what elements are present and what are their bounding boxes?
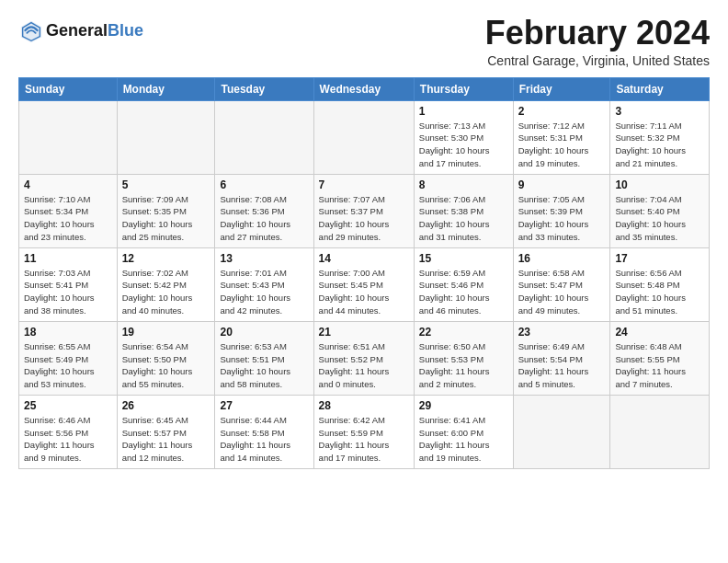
- day-number: 8: [419, 178, 508, 191]
- day-info: Sunrise: 6:56 AMSunset: 5:48 PMDaylight:…: [615, 267, 704, 317]
- day-number: 19: [122, 326, 210, 339]
- day-info: Sunrise: 7:00 AMSunset: 5:45 PMDaylight:…: [319, 267, 409, 317]
- calendar-cell: [313, 100, 414, 174]
- day-number: 9: [518, 178, 606, 191]
- calendar-cell: 10Sunrise: 7:04 AMSunset: 5:40 PMDayligh…: [610, 174, 710, 247]
- calendar-cell: 5Sunrise: 7:09 AMSunset: 5:35 PMDaylight…: [117, 174, 215, 247]
- calendar-cell: 2Sunrise: 7:12 AMSunset: 5:31 PMDaylight…: [513, 100, 610, 174]
- day-info: Sunrise: 6:51 AMSunset: 5:52 PMDaylight:…: [319, 340, 409, 391]
- calendar-cell: 7Sunrise: 7:07 AMSunset: 5:37 PMDaylight…: [313, 174, 414, 247]
- logo-icon: [18, 18, 44, 44]
- day-number: 3: [615, 105, 704, 118]
- day-info: Sunrise: 6:59 AMSunset: 5:46 PMDaylight:…: [419, 267, 508, 317]
- calendar-cell: 24Sunrise: 6:48 AMSunset: 5:55 PMDayligh…: [610, 321, 710, 395]
- calendar-cell: 23Sunrise: 6:49 AMSunset: 5:54 PMDayligh…: [513, 321, 610, 395]
- calendar-cell: 13Sunrise: 7:01 AMSunset: 5:43 PMDayligh…: [215, 247, 313, 321]
- day-number: 7: [319, 178, 409, 191]
- calendar-week-3: 11Sunrise: 7:03 AMSunset: 5:41 PMDayligh…: [19, 247, 710, 321]
- day-info: Sunrise: 7:10 AMSunset: 5:34 PMDaylight:…: [24, 193, 112, 244]
- calendar-cell: 22Sunrise: 6:50 AMSunset: 5:53 PMDayligh…: [414, 321, 513, 395]
- day-info: Sunrise: 7:03 AMSunset: 5:41 PMDaylight:…: [24, 267, 112, 317]
- day-info: Sunrise: 6:41 AMSunset: 6:00 PMDaylight:…: [419, 414, 508, 465]
- calendar-cell: 11Sunrise: 7:03 AMSunset: 5:41 PMDayligh…: [19, 247, 118, 321]
- calendar-table: SundayMondayTuesdayWednesdayThursdayFrid…: [18, 77, 710, 469]
- calendar-week-1: 1Sunrise: 7:13 AMSunset: 5:30 PMDaylight…: [19, 100, 710, 174]
- day-info: Sunrise: 7:02 AMSunset: 5:42 PMDaylight:…: [122, 267, 210, 317]
- day-number: 14: [319, 252, 409, 265]
- day-info: Sunrise: 7:08 AMSunset: 5:36 PMDaylight:…: [220, 193, 308, 244]
- logo: GeneralBlue: [18, 18, 143, 44]
- day-info: Sunrise: 6:45 AMSunset: 5:57 PMDaylight:…: [122, 414, 210, 465]
- day-info: Sunrise: 6:53 AMSunset: 5:51 PMDaylight:…: [220, 340, 308, 391]
- day-info: Sunrise: 7:13 AMSunset: 5:30 PMDaylight:…: [419, 120, 508, 170]
- day-number: 11: [24, 252, 112, 265]
- logo-blue: Blue: [108, 21, 143, 40]
- weekday-header-tuesday: Tuesday: [215, 77, 313, 100]
- day-number: 27: [220, 399, 308, 412]
- day-info: Sunrise: 7:09 AMSunset: 5:35 PMDaylight:…: [122, 193, 210, 244]
- calendar-cell: 1Sunrise: 7:13 AMSunset: 5:30 PMDaylight…: [414, 100, 513, 174]
- day-number: 4: [24, 178, 112, 191]
- calendar-cell: 9Sunrise: 7:05 AMSunset: 5:39 PMDaylight…: [513, 174, 610, 247]
- day-number: 23: [518, 326, 606, 339]
- day-number: 24: [615, 326, 704, 339]
- day-info: Sunrise: 6:46 AMSunset: 5:56 PMDaylight:…: [24, 414, 112, 465]
- weekday-header-wednesday: Wednesday: [313, 77, 414, 100]
- weekday-header-row: SundayMondayTuesdayWednesdayThursdayFrid…: [19, 77, 710, 100]
- calendar-cell: 28Sunrise: 6:42 AMSunset: 5:59 PMDayligh…: [313, 395, 414, 468]
- calendar-week-4: 18Sunrise: 6:55 AMSunset: 5:49 PMDayligh…: [19, 321, 710, 395]
- weekday-header-thursday: Thursday: [414, 77, 513, 100]
- day-info: Sunrise: 7:05 AMSunset: 5:39 PMDaylight:…: [518, 193, 606, 244]
- day-info: Sunrise: 7:12 AMSunset: 5:31 PMDaylight:…: [518, 120, 606, 170]
- day-info: Sunrise: 7:11 AMSunset: 5:32 PMDaylight:…: [615, 120, 704, 170]
- calendar-cell: 27Sunrise: 6:44 AMSunset: 5:58 PMDayligh…: [215, 395, 313, 468]
- day-number: 16: [518, 252, 606, 265]
- calendar-cell: 26Sunrise: 6:45 AMSunset: 5:57 PMDayligh…: [117, 395, 215, 468]
- calendar-cell: 16Sunrise: 6:58 AMSunset: 5:47 PMDayligh…: [513, 247, 610, 321]
- day-info: Sunrise: 6:54 AMSunset: 5:50 PMDaylight:…: [122, 340, 210, 391]
- calendar-week-5: 25Sunrise: 6:46 AMSunset: 5:56 PMDayligh…: [19, 395, 710, 468]
- calendar-cell: [215, 100, 313, 174]
- day-info: Sunrise: 7:07 AMSunset: 5:37 PMDaylight:…: [319, 193, 409, 244]
- day-info: Sunrise: 7:06 AMSunset: 5:38 PMDaylight:…: [419, 193, 508, 244]
- day-number: 21: [319, 326, 409, 339]
- weekday-header-saturday: Saturday: [610, 77, 710, 100]
- day-info: Sunrise: 6:42 AMSunset: 5:59 PMDaylight:…: [319, 414, 409, 465]
- day-number: 26: [122, 399, 210, 412]
- calendar-cell: 21Sunrise: 6:51 AMSunset: 5:52 PMDayligh…: [313, 321, 414, 395]
- day-info: Sunrise: 7:01 AMSunset: 5:43 PMDaylight:…: [220, 267, 308, 317]
- weekday-header-sunday: Sunday: [19, 77, 118, 100]
- calendar-cell: 18Sunrise: 6:55 AMSunset: 5:49 PMDayligh…: [19, 321, 118, 395]
- calendar-cell: 6Sunrise: 7:08 AMSunset: 5:36 PMDaylight…: [215, 174, 313, 247]
- day-info: Sunrise: 6:49 AMSunset: 5:54 PMDaylight:…: [518, 340, 606, 391]
- day-info: Sunrise: 7:04 AMSunset: 5:40 PMDaylight:…: [615, 193, 704, 244]
- calendar-cell: 29Sunrise: 6:41 AMSunset: 6:00 PMDayligh…: [414, 395, 513, 468]
- day-info: Sunrise: 6:48 AMSunset: 5:55 PMDaylight:…: [615, 340, 704, 391]
- day-number: 1: [419, 105, 508, 118]
- month-title: February 2024: [485, 15, 710, 52]
- calendar-cell: 4Sunrise: 7:10 AMSunset: 5:34 PMDaylight…: [19, 174, 118, 247]
- calendar-header: GeneralBlue February 2024 Central Garage…: [18, 15, 710, 68]
- day-info: Sunrise: 6:44 AMSunset: 5:58 PMDaylight:…: [220, 414, 308, 465]
- calendar-cell: 3Sunrise: 7:11 AMSunset: 5:32 PMDaylight…: [610, 100, 710, 174]
- day-number: 15: [419, 252, 508, 265]
- day-number: 18: [24, 326, 112, 339]
- calendar-cell: 20Sunrise: 6:53 AMSunset: 5:51 PMDayligh…: [215, 321, 313, 395]
- day-number: 20: [220, 326, 308, 339]
- svg-marker-0: [21, 21, 41, 42]
- day-number: 29: [419, 399, 508, 412]
- calendar-cell: [513, 395, 610, 468]
- day-info: Sunrise: 6:55 AMSunset: 5:49 PMDaylight:…: [24, 340, 112, 391]
- day-info: Sunrise: 6:58 AMSunset: 5:47 PMDaylight:…: [518, 267, 606, 317]
- calendar-cell: 14Sunrise: 7:00 AMSunset: 5:45 PMDayligh…: [313, 247, 414, 321]
- day-number: 13: [220, 252, 308, 265]
- calendar-cell: [117, 100, 215, 174]
- day-number: 22: [419, 326, 508, 339]
- calendar-cell: 25Sunrise: 6:46 AMSunset: 5:56 PMDayligh…: [19, 395, 118, 468]
- calendar-cell: 19Sunrise: 6:54 AMSunset: 5:50 PMDayligh…: [117, 321, 215, 395]
- calendar-cell: [610, 395, 710, 468]
- title-area: February 2024 Central Garage, Virginia, …: [485, 15, 710, 68]
- day-number: 5: [122, 178, 210, 191]
- calendar-cell: 17Sunrise: 6:56 AMSunset: 5:48 PMDayligh…: [610, 247, 710, 321]
- weekday-header-monday: Monday: [117, 77, 215, 100]
